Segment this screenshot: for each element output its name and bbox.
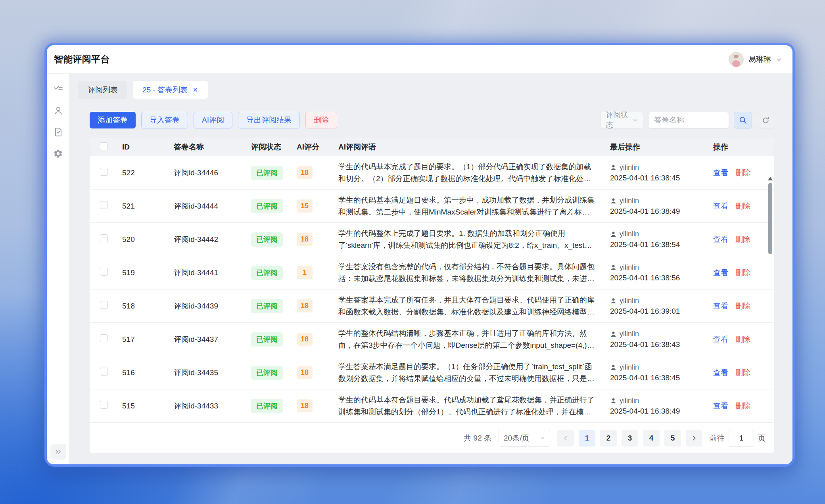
user-name: 易琳琳 (748, 54, 771, 65)
cell-id: 516 (117, 368, 169, 377)
scroll-up-icon[interactable] (768, 177, 773, 180)
row-checkbox[interactable] (100, 401, 108, 409)
row-checkbox[interactable] (100, 168, 108, 176)
cell-operator: yilinlin (620, 330, 639, 338)
user-icon (610, 397, 617, 404)
delete-link[interactable]: 删除 (735, 268, 750, 278)
cell-name: 评阅id-34441 (169, 268, 246, 278)
page-size-value: 20条/页 (504, 433, 529, 443)
row-checkbox[interactable] (100, 234, 108, 242)
score-badge: 18 (297, 366, 313, 379)
score-badge: 18 (297, 233, 313, 246)
col-header-name: 答卷名称 (169, 142, 246, 152)
pager-pages: 12345 (579, 430, 681, 447)
page-button-5[interactable]: 5 (664, 430, 681, 447)
cell-time: 2025-04-01 16:38:45 (610, 374, 708, 382)
search-button[interactable] (734, 112, 752, 128)
app-header: 智能评阅平台 易琳琳 (47, 45, 792, 74)
goto-page-input[interactable] (729, 430, 754, 447)
sidebar-item-settings[interactable] (53, 148, 63, 159)
table-row: 521 评阅id-34444 已评阅 15 学生的代码基本满足题目要求。第一步中… (90, 190, 774, 223)
view-link[interactable]: 查看 (713, 334, 728, 345)
add-answer-button[interactable]: 添加答卷 (90, 112, 136, 128)
page-button-4[interactable]: 4 (643, 430, 660, 447)
col-header-actions: 操作 (708, 142, 764, 152)
close-icon[interactable] (192, 87, 198, 93)
next-page-button[interactable] (686, 430, 702, 447)
cell-operator: yilinlin (620, 263, 639, 272)
cell-name: 评阅id-34439 (169, 301, 246, 311)
page-size-select[interactable]: 20条/页 (499, 430, 550, 447)
cell-time: 2025-04-01 16:38:49 (610, 207, 708, 216)
status-badge: 已评阅 (251, 166, 283, 180)
view-link[interactable]: 查看 (713, 201, 728, 211)
cell-id: 520 (117, 235, 169, 244)
chevron-down-icon (776, 56, 782, 63)
ai-review-button[interactable]: AI评阅 (194, 112, 232, 128)
cell-operator: yilinlin (620, 163, 639, 172)
select-all-checkbox[interactable] (100, 142, 108, 150)
delete-link[interactable]: 删除 (735, 234, 750, 245)
cell-time: 2025-04-01 16:38:54 (610, 240, 708, 249)
user-icon (610, 364, 617, 371)
view-link[interactable]: 查看 (713, 268, 728, 278)
view-link[interactable]: 查看 (713, 401, 728, 411)
delete-link[interactable]: 删除 (735, 201, 750, 211)
row-checkbox[interactable] (100, 368, 108, 376)
table-row: 515 评阅id-34433 已评阅 18 学生的代码基本符合题目要求。代码成功… (90, 389, 774, 423)
row-checkbox[interactable] (100, 301, 108, 309)
total-count: 共 92 条 (464, 433, 491, 443)
delete-link[interactable]: 删除 (735, 368, 750, 378)
score-badge: 15 (297, 199, 313, 213)
pagination: 共 92 条 20条/页 12345 (90, 423, 774, 453)
delete-link[interactable]: 删除 (735, 334, 750, 345)
answer-table-card: ID 答卷名称 评阅状态 AI评分 AI评阅评语 最后操作 操作 522 评阅i… (90, 138, 774, 453)
page-button-1[interactable]: 1 (579, 430, 595, 447)
page-button-3[interactable]: 3 (622, 430, 638, 447)
sidebar-item-papers[interactable] (53, 127, 63, 137)
table-scrollbar[interactable] (768, 177, 773, 423)
cell-id: 515 (117, 402, 169, 410)
avatar[interactable] (729, 52, 744, 67)
export-results-button[interactable]: 导出评阅结果 (238, 112, 300, 128)
view-link[interactable]: 查看 (713, 301, 728, 311)
delete-link[interactable]: 删除 (735, 301, 750, 311)
delete-button[interactable]: 删除 (305, 112, 337, 128)
students-icon (53, 105, 63, 116)
status-badge: 已评阅 (251, 366, 283, 380)
table-row: 517 评阅id-34437 已评阅 18 学生的整体代码结构清晰，步骤基本正确… (90, 323, 774, 356)
table-row: 519 评阅id-34441 已评阅 1 学生答案没有包含完整的代码，仅有部分结… (90, 256, 774, 289)
cell-time: 2025-04-01 16:38:43 (610, 340, 708, 349)
search-input[interactable] (648, 112, 729, 128)
tab-review-list[interactable]: 评阅列表 (78, 81, 127, 99)
refresh-button[interactable] (757, 112, 774, 128)
row-checkbox[interactable] (100, 201, 108, 209)
cell-id: 518 (117, 302, 169, 310)
tab-answer-sheet-list[interactable]: 25 - 答卷列表 (133, 81, 208, 99)
prev-page-button[interactable] (557, 430, 574, 447)
toolbar: 添加答卷 导入答卷 AI评阅 导出评阅结果 删除 评阅状态 (90, 112, 774, 128)
cell-time: 2025-04-01 16:39:01 (610, 307, 708, 316)
sidebar-collapse-button[interactable] (50, 444, 66, 460)
search-icon (739, 116, 747, 125)
status-badge: 已评阅 (251, 299, 283, 313)
sidebar-item-students[interactable] (53, 105, 63, 116)
row-checkbox[interactable] (100, 268, 108, 276)
table-row: 518 评阅id-34439 已评阅 18 学生答案基本完成了所有任务，并且大体… (90, 289, 774, 323)
page-button-2[interactable]: 2 (600, 430, 617, 447)
scrollbar-thumb[interactable] (768, 183, 772, 254)
tab-label: 25 - 答卷列表 (142, 85, 188, 95)
cell-operator: yilinlin (620, 230, 639, 238)
view-link[interactable]: 查看 (713, 168, 728, 178)
status-filter-select[interactable]: 评阅状态 (601, 112, 643, 128)
paper-check-icon (53, 127, 63, 137)
view-link[interactable]: 查看 (713, 368, 728, 378)
row-checkbox[interactable] (100, 334, 108, 342)
collapse-icon (54, 448, 62, 456)
import-answer-button[interactable]: 导入答卷 (141, 112, 188, 128)
view-link[interactable]: 查看 (713, 234, 728, 245)
delete-link[interactable]: 删除 (735, 401, 750, 411)
sidebar-item-review-list[interactable] (53, 84, 63, 94)
delete-link[interactable]: 删除 (735, 168, 750, 178)
user-menu[interactable]: 易琳琳 (729, 52, 782, 67)
